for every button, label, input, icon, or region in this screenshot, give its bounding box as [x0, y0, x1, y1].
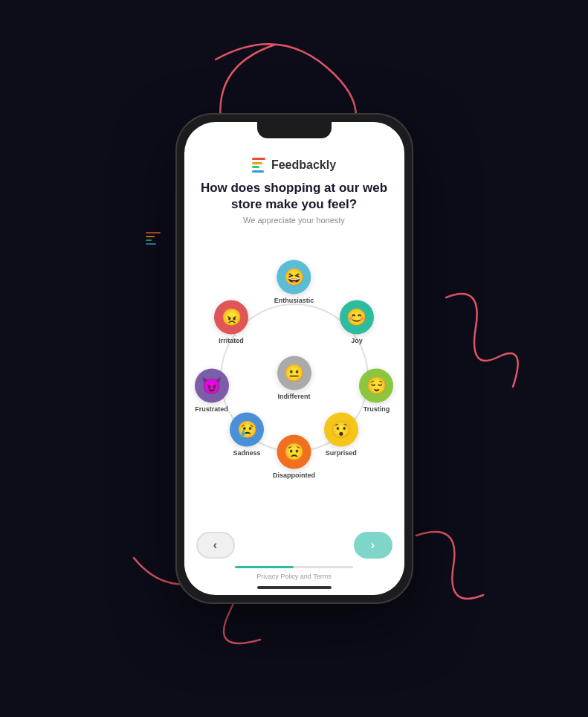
emotions-circle: 😆 Enthusiastic 😊 Joy — [196, 277, 392, 478]
progress-bar — [235, 566, 352, 568]
emotion-frustrated[interactable]: 😈 Frustrated — [195, 368, 229, 412]
emotion-label-trusting: Trusting — [364, 405, 390, 412]
navigation-buttons: ‹ › — [196, 532, 392, 559]
progress-fill — [235, 566, 294, 568]
logo-line-2 — [252, 162, 262, 164]
emotion-label-surprised: Surprised — [326, 448, 357, 456]
emotion-face-disappointed[interactable]: 😟 — [277, 434, 311, 469]
deco-line-red — [146, 232, 161, 234]
emotion-face-frustrated[interactable]: 😈 — [195, 368, 229, 402]
logo-text: Feedbackly — [271, 158, 336, 172]
emotion-face-sadness[interactable]: 😢 — [230, 412, 264, 446]
emotion-trusting[interactable]: 😌 Trusting — [359, 368, 393, 412]
emotion-face-surprised[interactable]: 😯 — [324, 412, 358, 446]
emotion-label-irritated: Irritated — [219, 336, 244, 344]
question-subtitle: We appreciate your honesty — [196, 216, 392, 225]
emotion-label-disappointed: Disappointed — [273, 471, 315, 478]
back-button[interactable]: ‹ — [196, 532, 235, 559]
emotion-disappointed[interactable]: 😟 Disappointed — [273, 434, 315, 478]
decorative-lines — [146, 232, 161, 245]
emotion-surprised[interactable]: 😯 Surprised — [324, 412, 358, 456]
logo-line-3 — [252, 166, 259, 168]
phone-frame: Feedbackly How does shopping at our web … — [175, 113, 413, 604]
emotion-indifferent[interactable]: 😐 Indifferent — [277, 356, 311, 400]
emotion-label-enthusiastic: Enthusiastic — [274, 296, 314, 303]
deco-line-green — [146, 239, 152, 241]
emotion-face-enthusiastic[interactable]: 😆 — [277, 260, 311, 294]
logo-bar: Feedbackly — [196, 152, 392, 177]
deco-line-yellow — [146, 236, 155, 237]
home-indicator — [257, 586, 332, 589]
logo-line-4 — [252, 170, 264, 173]
emotion-label-joy: Joy — [351, 336, 363, 344]
emotion-face-irritated[interactable]: 😠 — [214, 300, 248, 334]
next-button[interactable]: › — [354, 532, 392, 559]
emotion-face-joy[interactable]: 😊 — [340, 300, 374, 334]
logo-line-1 — [252, 158, 265, 160]
question-title: How does shopping at our web store make … — [196, 180, 392, 213]
emotion-label-sadness: Sadness — [233, 448, 261, 456]
emotion-sadness[interactable]: 😢 Sadness — [230, 412, 264, 456]
emotions-wheel: 😆 Enthusiastic 😊 Joy — [196, 231, 392, 526]
phone-notch — [257, 122, 332, 138]
emotion-face-trusting[interactable]: 😌 — [359, 368, 393, 402]
logo-icon — [252, 158, 265, 173]
emotion-face-indifferent[interactable]: 😐 — [277, 356, 311, 390]
emotion-label-frustrated: Frustrated — [195, 405, 228, 412]
emotion-enthusiastic[interactable]: 😆 Enthusiastic — [274, 260, 314, 303]
emotion-irritated[interactable]: 😠 Irritated — [214, 300, 248, 344]
emotion-label-indifferent: Indifferent — [278, 393, 311, 400]
emotion-joy[interactable]: 😊 Joy — [340, 300, 374, 344]
deco-line-blue — [146, 243, 156, 245]
privacy-link[interactable]: Privacy Policy and Terms — [196, 573, 392, 580]
